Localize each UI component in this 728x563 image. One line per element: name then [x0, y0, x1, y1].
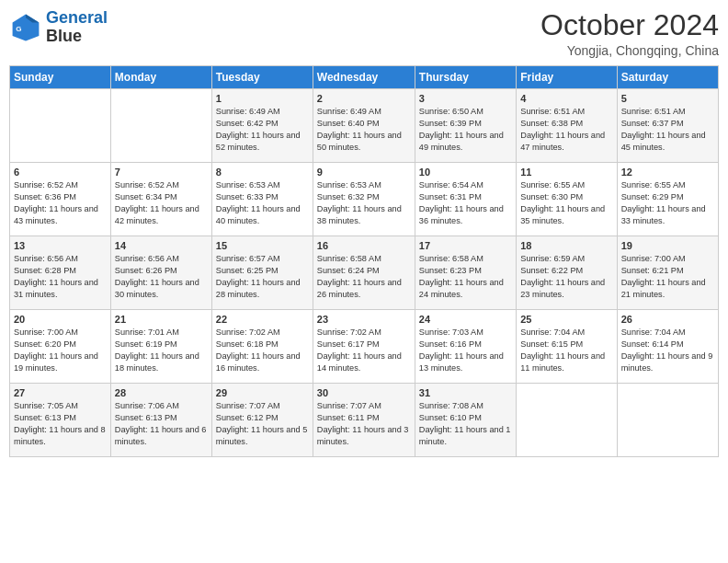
- day-number: 9: [317, 167, 411, 178]
- day-info: Sunrise: 7:08 AM Sunset: 6:10 PM Dayligh…: [419, 400, 512, 448]
- day-cell: 20Sunrise: 7:00 AM Sunset: 6:20 PM Dayli…: [10, 310, 111, 384]
- day-number: 31: [419, 387, 512, 398]
- day-info: Sunrise: 7:00 AM Sunset: 6:21 PM Dayligh…: [621, 253, 714, 301]
- day-number: 8: [216, 167, 309, 178]
- day-info: Sunrise: 6:59 AM Sunset: 6:22 PM Dayligh…: [520, 253, 612, 301]
- day-number: 4: [520, 93, 612, 104]
- day-cell: 22Sunrise: 7:02 AM Sunset: 6:18 PM Dayli…: [211, 310, 313, 384]
- day-cell: 25Sunrise: 7:04 AM Sunset: 6:15 PM Dayli…: [517, 310, 617, 384]
- day-cell: 5Sunrise: 6:51 AM Sunset: 6:37 PM Daylig…: [617, 89, 718, 163]
- day-cell: 4Sunrise: 6:51 AM Sunset: 6:38 PM Daylig…: [517, 89, 617, 163]
- header-cell-friday: Friday: [517, 66, 617, 89]
- header-cell-sunday: Sunday: [10, 66, 111, 89]
- page-header: G General Blue October 2024 Yongjia, Cho…: [9, 9, 719, 58]
- day-info: Sunrise: 6:49 AM Sunset: 6:42 PM Dayligh…: [216, 106, 309, 154]
- header-cell-thursday: Thursday: [415, 66, 516, 89]
- day-cell: 27Sunrise: 7:05 AM Sunset: 6:13 PM Dayli…: [10, 384, 111, 457]
- day-info: Sunrise: 6:51 AM Sunset: 6:37 PM Dayligh…: [621, 106, 714, 154]
- day-cell: 21Sunrise: 7:01 AM Sunset: 6:19 PM Dayli…: [110, 310, 211, 384]
- logo-icon: G: [9, 11, 42, 44]
- day-number: 29: [216, 387, 309, 398]
- header-cell-saturday: Saturday: [617, 66, 718, 89]
- day-number: 27: [14, 387, 107, 398]
- title-block: October 2024 Yongjia, Chongqing, China: [540, 9, 719, 58]
- day-cell: [617, 384, 718, 457]
- day-info: Sunrise: 6:49 AM Sunset: 6:40 PM Dayligh…: [317, 106, 411, 154]
- day-info: Sunrise: 6:58 AM Sunset: 6:23 PM Dayligh…: [419, 253, 512, 301]
- day-info: Sunrise: 6:52 AM Sunset: 6:34 PM Dayligh…: [115, 179, 208, 227]
- day-cell: 26Sunrise: 7:04 AM Sunset: 6:14 PM Dayli…: [617, 310, 718, 384]
- day-info: Sunrise: 6:51 AM Sunset: 6:38 PM Dayligh…: [520, 106, 612, 154]
- calendar-body: 1Sunrise: 6:49 AM Sunset: 6:42 PM Daylig…: [10, 89, 719, 457]
- day-info: Sunrise: 7:01 AM Sunset: 6:19 PM Dayligh…: [115, 327, 208, 374]
- day-number: 14: [115, 240, 208, 251]
- day-info: Sunrise: 7:07 AM Sunset: 6:11 PM Dayligh…: [317, 400, 411, 448]
- day-cell: 12Sunrise: 6:55 AM Sunset: 6:29 PM Dayli…: [617, 163, 718, 236]
- day-cell: 30Sunrise: 7:07 AM Sunset: 6:11 PM Dayli…: [313, 384, 415, 457]
- day-number: 24: [419, 314, 512, 325]
- month-title: October 2024: [540, 9, 719, 41]
- day-info: Sunrise: 6:54 AM Sunset: 6:31 PM Dayligh…: [419, 179, 512, 227]
- day-number: 13: [14, 240, 107, 251]
- day-number: 26: [621, 314, 714, 325]
- day-number: 19: [621, 240, 714, 251]
- location-subtitle: Yongjia, Chongqing, China: [540, 43, 719, 58]
- day-info: Sunrise: 6:56 AM Sunset: 6:28 PM Dayligh…: [14, 253, 107, 301]
- day-cell: 9Sunrise: 6:53 AM Sunset: 6:32 PM Daylig…: [313, 163, 415, 236]
- day-cell: 29Sunrise: 7:07 AM Sunset: 6:12 PM Dayli…: [211, 384, 313, 457]
- week-row-1: 1Sunrise: 6:49 AM Sunset: 6:42 PM Daylig…: [10, 89, 719, 163]
- day-number: 16: [317, 240, 411, 251]
- header-row: SundayMondayTuesdayWednesdayThursdayFrid…: [10, 66, 719, 89]
- day-cell: 24Sunrise: 7:03 AM Sunset: 6:16 PM Dayli…: [415, 310, 516, 384]
- header-cell-monday: Monday: [110, 66, 211, 89]
- day-number: 15: [216, 240, 309, 251]
- day-cell: 31Sunrise: 7:08 AM Sunset: 6:10 PM Dayli…: [415, 384, 516, 457]
- week-row-4: 20Sunrise: 7:00 AM Sunset: 6:20 PM Dayli…: [10, 310, 719, 384]
- week-row-3: 13Sunrise: 6:56 AM Sunset: 6:28 PM Dayli…: [10, 236, 719, 310]
- day-number: 22: [216, 314, 309, 325]
- day-number: 18: [520, 240, 612, 251]
- calendar-table: SundayMondayTuesdayWednesdayThursdayFrid…: [9, 65, 719, 457]
- day-info: Sunrise: 7:05 AM Sunset: 6:13 PM Dayligh…: [14, 400, 107, 448]
- day-cell: 3Sunrise: 6:50 AM Sunset: 6:39 PM Daylig…: [415, 89, 516, 163]
- day-cell: [10, 89, 111, 163]
- day-info: Sunrise: 7:06 AM Sunset: 6:13 PM Dayligh…: [115, 400, 208, 448]
- day-cell: 1Sunrise: 6:49 AM Sunset: 6:42 PM Daylig…: [211, 89, 313, 163]
- day-cell: 17Sunrise: 6:58 AM Sunset: 6:23 PM Dayli…: [415, 236, 516, 310]
- day-info: Sunrise: 6:58 AM Sunset: 6:24 PM Dayligh…: [317, 253, 411, 301]
- day-number: 23: [317, 314, 411, 325]
- day-cell: 13Sunrise: 6:56 AM Sunset: 6:28 PM Dayli…: [10, 236, 111, 310]
- day-number: 5: [621, 93, 714, 104]
- logo-text: General Blue: [46, 9, 108, 46]
- week-row-5: 27Sunrise: 7:05 AM Sunset: 6:13 PM Dayli…: [10, 384, 719, 457]
- day-cell: 2Sunrise: 6:49 AM Sunset: 6:40 PM Daylig…: [313, 89, 415, 163]
- day-number: 30: [317, 387, 411, 398]
- day-cell: 23Sunrise: 7:02 AM Sunset: 6:17 PM Dayli…: [313, 310, 415, 384]
- week-row-2: 6Sunrise: 6:52 AM Sunset: 6:36 PM Daylig…: [10, 163, 719, 236]
- day-cell: 8Sunrise: 6:53 AM Sunset: 6:33 PM Daylig…: [211, 163, 313, 236]
- day-number: 20: [14, 314, 107, 325]
- day-info: Sunrise: 7:07 AM Sunset: 6:12 PM Dayligh…: [216, 400, 309, 448]
- day-number: 21: [115, 314, 208, 325]
- day-info: Sunrise: 7:02 AM Sunset: 6:18 PM Dayligh…: [216, 327, 309, 374]
- day-info: Sunrise: 7:02 AM Sunset: 6:17 PM Dayligh…: [317, 327, 411, 374]
- day-cell: [517, 384, 617, 457]
- day-cell: 18Sunrise: 6:59 AM Sunset: 6:22 PM Dayli…: [517, 236, 617, 310]
- day-number: 10: [419, 167, 512, 178]
- day-number: 7: [115, 167, 208, 178]
- day-cell: 19Sunrise: 7:00 AM Sunset: 6:21 PM Dayli…: [617, 236, 718, 310]
- day-cell: 6Sunrise: 6:52 AM Sunset: 6:36 PM Daylig…: [10, 163, 111, 236]
- logo: G General Blue: [9, 9, 108, 46]
- day-number: 12: [621, 167, 714, 178]
- day-info: Sunrise: 6:57 AM Sunset: 6:25 PM Dayligh…: [216, 253, 309, 301]
- day-cell: 16Sunrise: 6:58 AM Sunset: 6:24 PM Dayli…: [313, 236, 415, 310]
- day-info: Sunrise: 7:04 AM Sunset: 6:14 PM Dayligh…: [621, 327, 714, 374]
- day-number: 2: [317, 93, 411, 104]
- day-number: 6: [14, 167, 107, 178]
- day-number: 17: [419, 240, 512, 251]
- day-cell: 15Sunrise: 6:57 AM Sunset: 6:25 PM Dayli…: [211, 236, 313, 310]
- day-info: Sunrise: 7:00 AM Sunset: 6:20 PM Dayligh…: [14, 327, 107, 374]
- day-cell: 10Sunrise: 6:54 AM Sunset: 6:31 PM Dayli…: [415, 163, 516, 236]
- day-number: 3: [419, 93, 512, 104]
- day-info: Sunrise: 6:55 AM Sunset: 6:30 PM Dayligh…: [520, 179, 612, 227]
